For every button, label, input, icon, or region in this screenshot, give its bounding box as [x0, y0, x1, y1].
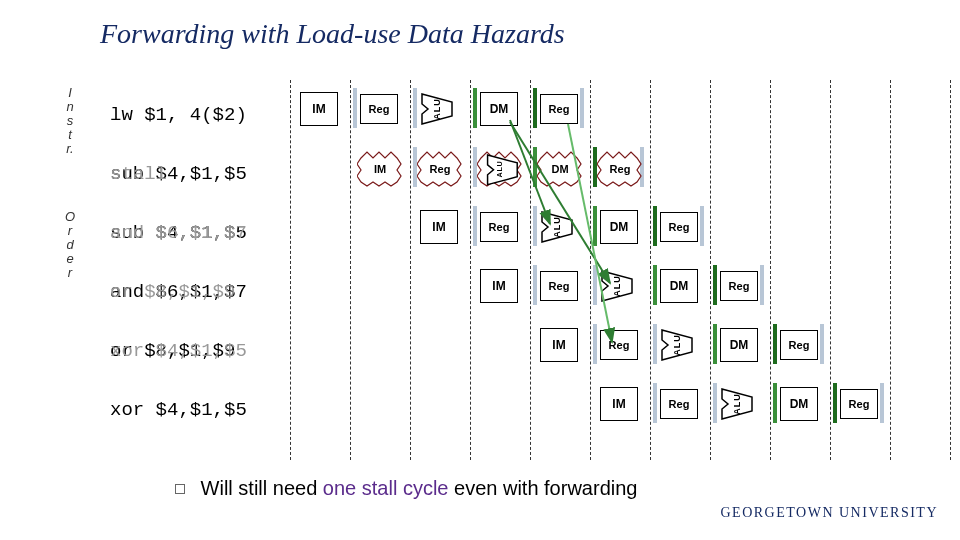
stage-alu: ALU [720, 387, 754, 421]
pipeline-latch [533, 88, 537, 128]
clock-divider [710, 80, 711, 460]
clock-divider [530, 80, 531, 460]
footer-accent: one stall cycle [323, 477, 449, 499]
instruction-ghost: or $8,$1,$9 [110, 281, 235, 303]
clock-divider [590, 80, 591, 460]
footer-post: even with forwarding [448, 477, 637, 499]
stage-wb: Reg [660, 210, 698, 242]
stage-dm: DM [480, 92, 518, 126]
instruction-ghost: stall [110, 163, 167, 185]
stage-im: IM [600, 387, 638, 421]
stage-im: IM [540, 328, 578, 362]
stage-dm: DM [660, 269, 698, 303]
footer-pre: Will still need [201, 477, 323, 499]
clock-divider [950, 80, 951, 460]
clock-divider [890, 80, 891, 460]
instruction-text: xor $4,$1,$5 [110, 399, 247, 421]
stage-im: IM [420, 210, 458, 244]
stage-im: IM [360, 151, 400, 187]
instruction-main: lw $1, 4($2) [110, 104, 247, 126]
instruction-text: sub $4,$1,$5and $6,$1,$7 [110, 222, 247, 244]
stage-wb: Reg [720, 269, 758, 301]
instruction-text: lw $1, 4($2) [110, 104, 247, 126]
stage-wb: Reg [540, 92, 578, 124]
pipeline-row: sub $4,$1,$5and $6,$1,$7IMRegALUDMReg [110, 208, 960, 248]
stage-dm: DM [540, 151, 580, 187]
stage-im: IM [480, 269, 518, 303]
clock-divider [290, 80, 291, 460]
pipeline-diagram: I n s t r. O r d e r lw $1, 4($2)IMRegAL… [30, 80, 940, 460]
instruction-text: or $8,$1,$9xor $4,$1,$5 [110, 340, 235, 362]
pipeline-row: lw $1, 4($2)IMRegALUDMReg [110, 90, 960, 130]
page-title: Forwarding with Load-use Data Hazards [100, 18, 565, 50]
stage-alu: ALU [540, 210, 574, 244]
stage-alu: ALU [660, 328, 694, 362]
clock-divider [770, 80, 771, 460]
stage-alu: ALU [420, 92, 454, 126]
pipeline-latch [473, 206, 477, 246]
pipeline-latch [880, 383, 884, 423]
pipeline-latch [653, 206, 657, 246]
pipeline-latch [473, 88, 477, 128]
pipeline-latch [713, 383, 717, 423]
stage-reg: Reg [600, 328, 638, 360]
instr-order-label-bottom: O r d e r [65, 210, 75, 280]
stage-reg: Reg [540, 269, 578, 301]
pipeline-latch [593, 324, 597, 364]
pipeline-latch [833, 383, 837, 423]
bullet-icon [175, 484, 185, 494]
pipeline-latch [580, 88, 584, 128]
stage-dm: DM [780, 387, 818, 421]
pipeline-row: xor $4,$1,$5IMRegALUDMReg [110, 385, 960, 425]
pipeline-latch [593, 265, 597, 305]
instruction-text: and $6,$1,$7or $8,$1,$9 [110, 281, 247, 303]
pipeline-latch [760, 265, 764, 305]
pipeline-row: sub $4,$1,$5stallIMRegALUDMReg [110, 149, 960, 189]
stage-im: IM [300, 92, 338, 126]
stage-wb: Reg [600, 151, 640, 187]
pipeline-latch [773, 383, 777, 423]
pipeline-latch [533, 265, 537, 305]
stage-reg: Reg [420, 151, 460, 187]
instr-order-label-top: I n s t r. [65, 86, 75, 156]
clock-divider [410, 80, 411, 460]
stage-reg: Reg [360, 92, 398, 124]
pipeline-row: and $6,$1,$7or $8,$1,$9IMRegALUDMReg [110, 267, 960, 307]
pipeline-latch [653, 265, 657, 305]
stage-dm: DM [720, 328, 758, 362]
pipeline-latch [773, 324, 777, 364]
stage-wb: Reg [840, 387, 878, 419]
footer-note: Will still need one stall cycle even wit… [175, 477, 637, 500]
pipeline-latch [413, 88, 417, 128]
stage-alu: ALU [600, 269, 634, 303]
pipeline-latch [533, 206, 537, 246]
pipeline-latch [653, 324, 657, 364]
clock-divider [830, 80, 831, 460]
pipeline-latch [713, 324, 717, 364]
instruction-ghost: xor $4,$1,$5 [110, 340, 247, 362]
pipeline-latch [713, 265, 717, 305]
instruction-text: sub $4,$1,$5stall [110, 163, 247, 185]
instruction-main: xor $4,$1,$5 [110, 399, 247, 421]
clock-divider [650, 80, 651, 460]
georgetown-logo: GEORGETOWN UNIVERSITY [721, 506, 939, 520]
instruction-ghost: and $6,$1,$7 [110, 222, 247, 244]
pipeline-row: or $8,$1,$9xor $4,$1,$5IMRegALUDMReg [110, 326, 960, 366]
stage-reg: Reg [480, 210, 518, 242]
pipeline-latch [593, 206, 597, 246]
clock-divider [470, 80, 471, 460]
pipeline-latch [700, 206, 704, 246]
stage-reg: Reg [660, 387, 698, 419]
pipeline-latch [653, 383, 657, 423]
stage-wb: Reg [780, 328, 818, 360]
pipeline-latch [820, 324, 824, 364]
clock-divider [350, 80, 351, 460]
stage-dm: DM [600, 210, 638, 244]
pipeline-latch [353, 88, 357, 128]
stage-alu: ALU [480, 151, 520, 187]
